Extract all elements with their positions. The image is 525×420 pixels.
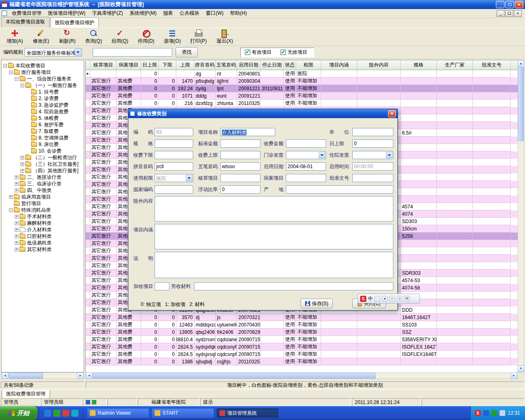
column-header[interactable]: 除外内容 bbox=[357, 60, 401, 70]
use-right-select[interactable]: 医院 bbox=[155, 174, 193, 182]
expand-icon[interactable]: + bbox=[15, 182, 18, 186]
inpatient-invoice-select[interactable] bbox=[352, 151, 393, 159]
menu-item[interactable]: 帮助(H) bbox=[227, 9, 250, 18]
sogou-tray-icon[interactable]: S bbox=[475, 410, 481, 416]
minimize-button[interactable]: _ bbox=[496, 1, 504, 8]
taskbar-task[interactable]: 项目管理系统 bbox=[217, 408, 279, 418]
column-header[interactable]: 病案项目 bbox=[116, 60, 141, 70]
mdi-minimize-button[interactable]: _ bbox=[497, 10, 504, 17]
tree-item[interactable]: −特殊消耗品类 bbox=[2, 207, 84, 213]
fee-amount-field[interactable] bbox=[286, 139, 326, 148]
quicklaunch-icon[interactable] bbox=[71, 410, 78, 417]
grid-horizontal-scrollbar[interactable]: ◄ ► bbox=[85, 372, 518, 379]
fee-upper-field[interactable] bbox=[220, 151, 260, 159]
scroll-right-icon[interactable]: ► bbox=[77, 372, 84, 379]
menu-item[interactable]: 医保项目维护(W) bbox=[45, 9, 89, 18]
tree-item[interactable]: 暂行项目 bbox=[2, 200, 84, 207]
table-row[interactable]: 其它医疗其他费0012463mdldqxzqkuyluenefn20070430… bbox=[86, 321, 518, 329]
column-header[interactable]: 下限 bbox=[159, 60, 176, 70]
expand-icon[interactable]: + bbox=[9, 195, 13, 199]
column-header[interactable]: 状态 bbox=[284, 60, 296, 70]
column-header[interactable]: 停止日期 bbox=[260, 60, 284, 70]
expand-icon[interactable]: + bbox=[15, 189, 18, 192]
tree-item[interactable]: −本院收费项目 bbox=[2, 62, 84, 69]
approval-no-field[interactable] bbox=[352, 174, 393, 182]
quicklaunch-icon[interactable] bbox=[62, 410, 69, 417]
toolbar-button-stop[interactable]: 停用(D) bbox=[135, 28, 158, 46]
tree-item[interactable]: +手术材料类 bbox=[2, 213, 84, 220]
menu-item[interactable]: 字典库维护(Z) bbox=[89, 9, 126, 18]
tray-icon[interactable] bbox=[491, 410, 497, 416]
tree-item[interactable]: +临床用血项目 bbox=[2, 194, 84, 200]
column-header[interactable]: 核算项目 bbox=[90, 60, 116, 70]
find-button[interactable]: 查找 bbox=[176, 47, 198, 57]
standard-amount-field[interactable] bbox=[220, 139, 260, 148]
tree-item[interactable]: 6. 救护车费 bbox=[2, 121, 84, 128]
chevron-down-icon[interactable] bbox=[186, 175, 192, 181]
table-row[interactable]: 其它医疗其他费003570djjs20070321使用不能增加1646T.164… bbox=[86, 314, 518, 321]
scroll-right-icon[interactable]: ► bbox=[511, 372, 517, 379]
expand-icon[interactable]: + bbox=[15, 221, 18, 225]
tree-item[interactable]: −一、综合医疗服务类 bbox=[2, 75, 84, 82]
taskbar-task[interactable]: Radmin Viewer bbox=[87, 408, 149, 418]
tree-item[interactable]: +介入材料类 bbox=[2, 226, 84, 233]
column-header[interactable]: 生产厂家 bbox=[437, 60, 473, 70]
toolbar-button-check[interactable]: 启用(Q) bbox=[108, 28, 131, 46]
collapse-icon[interactable]: − bbox=[9, 208, 13, 212]
expand-icon[interactable]: + bbox=[15, 235, 18, 238]
table-row[interactable]: 其它医疗其他费002824.5sydsjxsqkcqdcsnpfz2009071… bbox=[86, 351, 518, 358]
enable-time-field[interactable]: 00:00:00 bbox=[352, 162, 393, 171]
tree-item[interactable]: 7. 取暖费 bbox=[2, 128, 84, 135]
place-field[interactable] bbox=[286, 185, 393, 194]
menu-item[interactable]: 系统维护(M) bbox=[126, 9, 160, 18]
menu-item[interactable]: 收费项目管理 bbox=[9, 9, 45, 18]
tree-item[interactable]: 3. 急诊监护费 bbox=[2, 102, 84, 108]
country-code-field[interactable] bbox=[155, 185, 193, 194]
grid-vertical-scrollbar[interactable]: ▲ ▼ bbox=[518, 60, 524, 372]
collapse-icon[interactable]: − bbox=[15, 77, 18, 81]
note-textarea[interactable] bbox=[155, 252, 393, 278]
column-header[interactable]: 上限 bbox=[176, 60, 194, 70]
tab-select-items[interactable]: 本院收费项目选取 bbox=[1, 17, 50, 27]
scroll-down-icon[interactable]: ▼ bbox=[518, 365, 524, 372]
tab-maintain-items[interactable]: 医院收费项目维护 bbox=[50, 17, 99, 28]
float-ratio-field[interactable]: 0 bbox=[220, 185, 260, 194]
column-header[interactable]: 启用日期 bbox=[237, 60, 260, 70]
expand-icon[interactable]: + bbox=[15, 241, 18, 245]
pinyin-field[interactable]: jrcll bbox=[155, 162, 193, 171]
account-item-field[interactable] bbox=[220, 174, 260, 182]
table-row[interactable]: ►0dgnt20040801使用医院 bbox=[86, 70, 518, 78]
extra-material-field[interactable] bbox=[194, 282, 393, 290]
mdi-restore-button[interactable] bbox=[505, 10, 513, 17]
fee-lower-field[interactable] bbox=[155, 151, 193, 159]
smiley-icon[interactable]: ☺ bbox=[397, 296, 402, 301]
expand-icon[interactable]: + bbox=[21, 162, 24, 166]
invalid-items-checkbox[interactable] bbox=[281, 50, 286, 55]
table-row[interactable]: 其它医疗其他费00192.24zydgtjnt2009122120110811使… bbox=[86, 85, 518, 92]
tree-scroll-thumb[interactable] bbox=[9, 373, 43, 379]
add-item-field[interactable] bbox=[155, 282, 169, 290]
dialog-title-bar[interactable]: 修改收费类别 × bbox=[128, 109, 397, 118]
ime-punctuation-icon[interactable]: 、 bbox=[374, 296, 380, 301]
code-rule-select[interactable]: 全国医疗服务价格标准 bbox=[25, 48, 82, 57]
menu-item[interactable]: 公共模块 bbox=[176, 9, 203, 18]
collapse-icon[interactable]: − bbox=[9, 71, 13, 74]
toolbar-button-options[interactable]: 选项(O) bbox=[161, 28, 184, 46]
tree-item[interactable]: +低值易耗类 bbox=[2, 240, 84, 246]
tree-item[interactable]: −（一）一般医疗服务 bbox=[2, 82, 84, 89]
bottom-tab-hospital-fee-management[interactable]: 医院收费项目管理 bbox=[2, 390, 50, 399]
outpatient-invoice-select[interactable] bbox=[286, 151, 326, 159]
tree-item[interactable]: +（三）社区卫生服务] bbox=[2, 161, 84, 167]
spec-field[interactable] bbox=[155, 139, 193, 148]
expand-icon[interactable]: + bbox=[15, 228, 18, 232]
toolbar-button-search[interactable]: 查询(Q) bbox=[82, 28, 105, 46]
expand-icon[interactable]: + bbox=[21, 156, 24, 160]
table-row[interactable]: 其它医疗其他费0038810.4sydzrsxrccqdstanei200907… bbox=[86, 336, 518, 343]
scroll-left-icon[interactable]: ◄ bbox=[2, 372, 8, 379]
tree-item[interactable]: 9. 床位费 bbox=[2, 141, 84, 148]
tree-item[interactable]: 10. 会诊费 bbox=[2, 148, 84, 154]
taskbar-task[interactable]: START bbox=[152, 408, 214, 418]
menu-item[interactable]: 窗口(W) bbox=[203, 9, 227, 18]
tree-item[interactable]: −医疗服务项目 bbox=[2, 69, 84, 75]
sogou-icon[interactable]: S bbox=[360, 296, 366, 302]
